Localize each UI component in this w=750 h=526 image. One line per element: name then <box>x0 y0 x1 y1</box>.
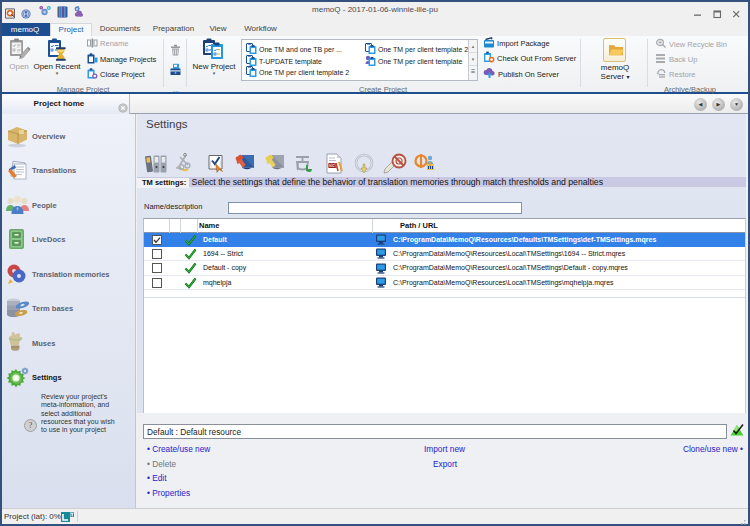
svg-text:?: ? <box>29 420 33 430</box>
